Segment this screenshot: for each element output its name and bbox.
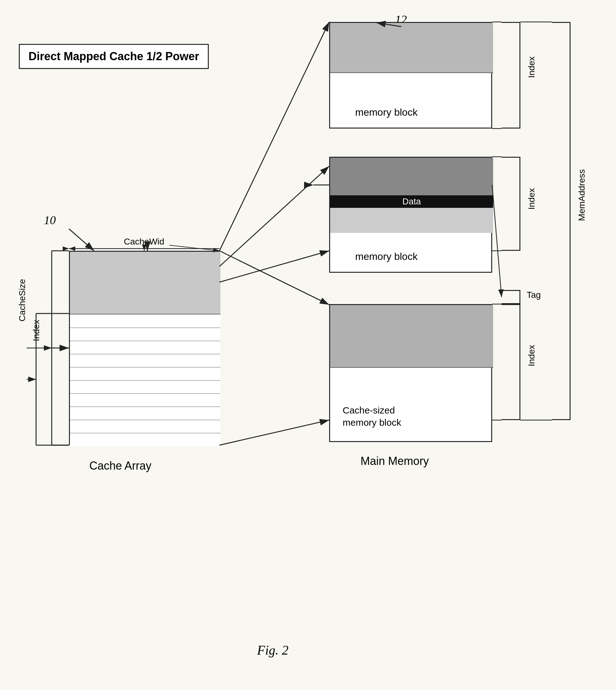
data-label: Data (402, 197, 421, 206)
mem-block-2-bottom-shaded (330, 208, 493, 233)
cache-line (70, 354, 220, 354)
tag-label: Tag (527, 290, 541, 300)
mem-block-2: Data memory block (329, 157, 492, 273)
cache-array-container (69, 251, 219, 445)
svg-line-11 (219, 166, 329, 266)
mem-block-2-data-bar: Data (330, 195, 493, 208)
svg-line-3 (69, 229, 94, 251)
mem-address-label: MemAddress (577, 169, 587, 221)
cache-line (70, 367, 220, 368)
title-text: Direct Mapped Cache 1/2 Power (28, 50, 199, 63)
cache-size-label: CacheSize (17, 279, 27, 321)
fig-label: Fig. 2 (257, 643, 288, 658)
cache-line (70, 394, 220, 394)
mem-block-2-top-shaded (330, 158, 493, 195)
ref-10: 10 (44, 213, 56, 227)
svg-line-13 (219, 420, 329, 445)
tag-bracket (502, 290, 521, 304)
page-container: Direct Mapped Cache 1/2 Power 12 10 Cach… (0, 0, 616, 690)
index-bracket-2 (502, 157, 521, 251)
mem-block-3-shaded (330, 305, 493, 368)
cache-bottom-lined (70, 314, 220, 446)
cache-index-label: Index (31, 320, 41, 341)
cache-line (70, 433, 220, 433)
svg-line-9 (219, 251, 329, 305)
mem-block-1-shaded (330, 23, 493, 73)
index-bracket-3 (502, 304, 521, 420)
svg-line-12 (219, 251, 329, 282)
mem-block-1: memory block (329, 22, 492, 129)
svg-line-8 (169, 245, 219, 251)
cache-wid-label: CacheWid (124, 237, 164, 247)
mem-block-3-label: Cache-sized memory block (343, 404, 401, 428)
svg-line-29 (492, 185, 502, 297)
mem-block-3: Cache-sized memory block (329, 304, 492, 442)
cache-line (70, 420, 220, 420)
cache-line (70, 328, 220, 328)
title-box: Direct Mapped Cache 1/2 Power (19, 44, 209, 69)
cache-line (70, 380, 220, 381)
index-bracket-1 (502, 22, 521, 129)
cache-array-label: Cache Array (89, 459, 151, 472)
index-label-2: Index (527, 188, 537, 210)
cache-line (70, 341, 220, 341)
index-label-3: Index (527, 345, 537, 366)
mem-block-1-label: memory block (355, 107, 418, 118)
cache-array-outer (69, 251, 219, 445)
mem-block-2-label: memory block (355, 251, 418, 262)
main-memory-label: Main Memory (360, 454, 429, 468)
cache-top-shaded (70, 252, 220, 314)
mem-address-bracket (552, 22, 571, 420)
svg-line-10 (219, 22, 329, 251)
index-label-1: Index (527, 57, 537, 78)
